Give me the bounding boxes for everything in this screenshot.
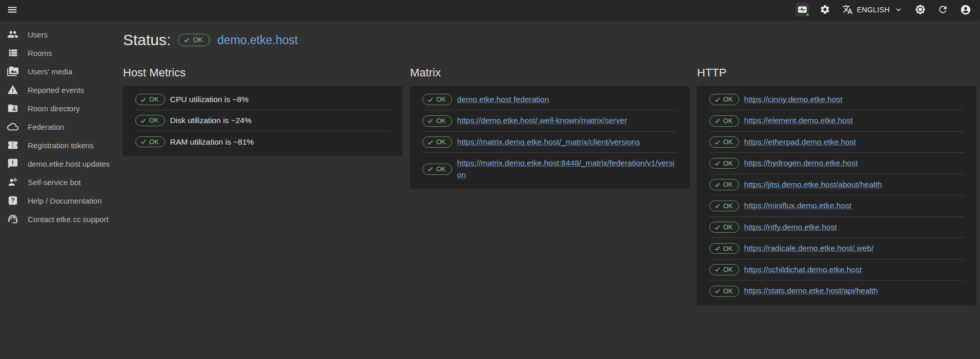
ok-chip-label: OK [723, 223, 733, 231]
ok-chip: OK [422, 115, 452, 127]
app-shell: UsersRoomsUsers' mediaReported eventsRoo… [0, 19, 980, 359]
status-link[interactable]: demo.etke.host federation [457, 94, 549, 105]
ok-chip: OK [709, 158, 739, 169]
status-link[interactable]: https://matrix.demo.etke.host/_matrix/cl… [457, 136, 640, 148]
check-icon [714, 117, 721, 124]
sidebar-item-label: Self-service bot [28, 178, 80, 187]
status-link[interactable]: https://etherpad.demo.etke.host [744, 136, 856, 148]
sidebar-item-label: Registration tokens [28, 141, 93, 150]
ok-chip: OK [422, 94, 452, 105]
refresh-button[interactable] [936, 3, 950, 16]
sidebar-item-rooms[interactable]: Rooms [0, 44, 115, 62]
check-icon [714, 160, 721, 167]
ok-chip: OK [709, 286, 739, 297]
status-link[interactable]: https://cinny.demo.etke.host [744, 94, 843, 105]
announcement-icon [7, 158, 18, 169]
status-row: OKhttps://cinny.demo.etke.host [709, 89, 964, 110]
main-content: Status: OK demo.etke.host Host MetricsOK… [115, 19, 980, 359]
language-button[interactable]: ENGLISH [841, 3, 905, 16]
panel-card: OKCPU utilization is ~8%OKDisk utilizati… [123, 86, 402, 155]
status-text: CPU utilization is ~8% [170, 95, 249, 104]
sidebar-item-room-directory[interactable]: Room directory [0, 99, 115, 117]
page-title: Status: [123, 31, 171, 49]
ok-chip-label: OK [723, 266, 733, 274]
status-link[interactable]: https://miniflux.demo.etke.host [744, 200, 851, 211]
sidebar-item-users[interactable]: Users [0, 25, 115, 44]
sidebar-item-help-documentation[interactable]: ?Help / Documentation [0, 191, 115, 210]
sidebar-item-demo-etke-host-updates[interactable]: demo.etke.host updates [0, 154, 115, 173]
translate-icon [842, 4, 853, 15]
status-link[interactable]: https://radicale.demo.etke.host/.web/ [744, 243, 873, 254]
ok-chip-label: OK [723, 287, 733, 295]
sidebar-item-label: Users [28, 30, 48, 39]
check-icon [714, 245, 721, 252]
status-link[interactable]: https://jitsi.demo.etke.host/about/healt… [744, 179, 882, 190]
sidebar-item-registration-tokens[interactable]: Registration tokens [0, 136, 115, 154]
menu-button[interactable] [5, 3, 19, 17]
sidebar-item-federation[interactable]: Federation [0, 117, 115, 136]
status-row: OKhttps://matrix.demo.etke.host:8448/_ma… [422, 153, 677, 185]
status-link[interactable]: https://matrix.demo.etke.host:8448/_matr… [457, 157, 677, 181]
host-link[interactable]: demo.etke.host [217, 33, 298, 47]
status-text: RAM utilization is ~81% [170, 137, 254, 147]
ok-chip: OK [709, 179, 739, 190]
status-row: OKhttps://schildichat.demo.etke.host [709, 260, 964, 281]
theme-toggle-button[interactable] [913, 3, 927, 16]
status-text: Disk utilization is ~24% [170, 116, 252, 125]
help-icon: ? [7, 195, 18, 206]
status-badge [805, 12, 810, 17]
status-panels: Host MetricsOKCPU utilization is ~8%OKDi… [123, 66, 977, 305]
ok-chip-label: OK [723, 95, 733, 104]
check-icon [183, 36, 190, 44]
sidebar: UsersRoomsUsers' mediaReported eventsRoo… [0, 19, 115, 359]
ok-chip: OK [709, 115, 739, 127]
sidebar-item-label: Help / Documentation [28, 196, 101, 205]
folder-shared-icon [7, 103, 18, 114]
status-header: Status: OK demo.etke.host [123, 31, 977, 49]
monitoring-button[interactable] [795, 3, 809, 16]
status-link[interactable]: https://stats.demo.etke.host/api/health [744, 285, 878, 296]
ok-chip-label: OK [723, 181, 733, 189]
account-button[interactable] [958, 3, 973, 17]
status-link[interactable]: https://element.demo.etke.host [744, 115, 853, 126]
ok-chip-label: OK [149, 95, 159, 104]
bot-icon [7, 176, 18, 188]
sidebar-item-contact-etke-cc-support[interactable]: Contact etke.cc support [0, 210, 115, 228]
status-row: OKhttps://radicale.demo.etke.host/.web/ [709, 238, 964, 259]
check-icon [427, 166, 434, 172]
panel-card: OKdemo.etke.host federationOKhttps://dem… [410, 86, 689, 188]
check-icon [714, 203, 721, 209]
ok-chip-label: OK [436, 117, 446, 125]
ok-chip: OK [135, 136, 165, 148]
ok-chip: OK [422, 136, 452, 148]
language-label: ENGLISH [857, 6, 890, 14]
settings-button[interactable] [818, 3, 832, 16]
refresh-icon [937, 4, 948, 15]
check-icon [427, 139, 434, 146]
account-circle-icon [960, 4, 971, 15]
status-row: OKCPU utilization is ~8% [135, 89, 390, 110]
warning-icon [7, 84, 18, 95]
status-row: OKhttps://miniflux.demo.etke.host [709, 195, 964, 216]
sidebar-item-users-media[interactable]: Users' media [0, 62, 115, 81]
cloud-icon [7, 121, 18, 132]
status-link[interactable]: https://schildichat.demo.etke.host [744, 264, 862, 275]
status-link[interactable]: https://demo.etke.host/.well-known/matri… [457, 115, 627, 126]
status-row: OKhttps://element.demo.etke.host [709, 110, 964, 131]
topbar-actions: ENGLISH [795, 3, 973, 17]
sidebar-item-self-service-bot[interactable]: Self-service bot [0, 173, 115, 191]
check-icon [427, 96, 434, 103]
app-bar: ENGLISH [0, 0, 980, 19]
ok-chip-label: OK [723, 159, 733, 168]
panel-title: HTTP [697, 66, 976, 79]
status-link[interactable]: https://hydrogen.demo.etke.host [744, 157, 858, 169]
ok-chip-label: OK [436, 165, 446, 173]
sidebar-item-label: Rooms [28, 49, 52, 57]
check-icon [714, 288, 721, 294]
brightness-sun-icon [915, 4, 926, 15]
status-row: OKhttps://jitsi.demo.etke.host/about/hea… [709, 174, 964, 195]
status-link[interactable]: https://ntfy.demo.etke.host [744, 222, 837, 233]
sidebar-item-reported-events[interactable]: Reported events [0, 81, 115, 99]
sidebar-item-label: demo.etke.host updates [28, 159, 110, 168]
ok-chip: OK [709, 243, 739, 254]
